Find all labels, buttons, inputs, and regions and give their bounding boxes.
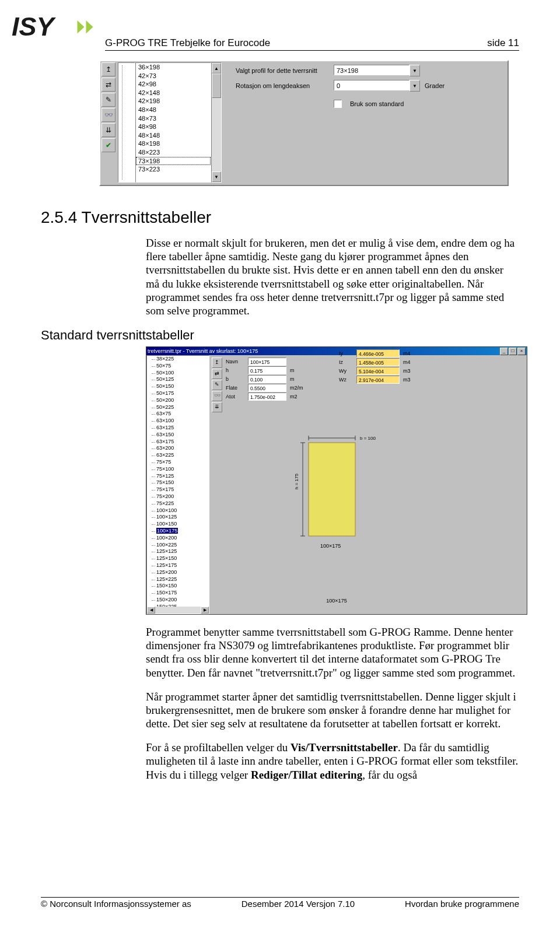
tree-item[interactable]: 75×200: [156, 493, 209, 500]
default-checkbox[interactable]: [334, 100, 342, 108]
tree-item[interactable]: 125×175: [156, 562, 209, 569]
toolbar-button-4[interactable]: ⇊: [212, 402, 222, 412]
tree-item[interactable]: 63×75: [156, 411, 209, 418]
dimension-item[interactable]: 48×73: [136, 114, 211, 123]
prop-label: Atot: [226, 394, 244, 400]
default-label: Bruk som standard: [350, 100, 404, 107]
prop-value[interactable]: 0.5500: [248, 384, 286, 392]
toolbar-button-0[interactable]: ↥: [102, 62, 116, 76]
tree-panel[interactable]: 38×22550×7550×10050×12550×15050×17550×20…: [146, 355, 209, 614]
dimension-item[interactable]: 73×198: [136, 157, 211, 166]
prop-value[interactable]: 1.750e-002: [248, 393, 286, 401]
scroll-right-icon[interactable]: ▶: [201, 607, 209, 614]
prop-value[interactable]: 100×175: [248, 358, 286, 366]
tree-item[interactable]: 50×125: [156, 376, 209, 383]
tree-item[interactable]: 75×225: [156, 500, 209, 507]
tree-item[interactable]: 63×200: [156, 445, 209, 452]
tree-item[interactable]: 50×150: [156, 383, 209, 390]
toolbar-button-4[interactable]: ⇊: [102, 123, 116, 137]
tree-item[interactable]: 63×150: [156, 432, 209, 439]
toolbar-button-2[interactable]: ✎: [102, 93, 116, 107]
tree-item[interactable]: 50×100: [156, 370, 209, 377]
tree-item[interactable]: 125×150: [156, 555, 209, 562]
dimension-listbox[interactable]: 36×19842×7342×9842×14842×19848×4848×7348…: [135, 62, 211, 183]
tree-item[interactable]: 125×125: [156, 548, 209, 555]
dimension-item[interactable]: 48×223: [136, 148, 211, 157]
scroll-up-icon[interactable]: ▲: [212, 63, 221, 73]
tree-item[interactable]: 75×125: [156, 473, 209, 480]
dimension-item[interactable]: 48×198: [136, 139, 211, 148]
header-page: side 11: [487, 37, 519, 49]
tree-item[interactable]: 38×225: [156, 356, 209, 363]
tree-hscroll[interactable]: ◀ ▶: [147, 607, 209, 614]
prop-label: Iy: [339, 355, 353, 356]
toolbar-button-3[interactable]: 👓: [212, 391, 222, 401]
tree-item[interactable]: 50×225: [156, 404, 209, 411]
tree-item[interactable]: 75×75: [156, 459, 209, 466]
tree-item[interactable]: 75×175: [156, 486, 209, 493]
scroll-down-icon[interactable]: ▼: [212, 171, 221, 182]
prop-unit: m: [290, 376, 311, 382]
prop-label: Flate: [226, 385, 244, 391]
prop-value[interactable]: 0.100: [248, 375, 286, 383]
prop-value[interactable]: 0.175: [248, 366, 286, 374]
profile-dropdown[interactable]: 73×198: [334, 65, 410, 75]
svg-rect-1: [309, 443, 355, 536]
toolbar-button-1[interactable]: ⇄: [212, 369, 222, 379]
tree-item[interactable]: 50×175: [156, 390, 209, 397]
scrollbar[interactable]: ▲ ▼: [211, 62, 222, 183]
dimension-item[interactable]: 42×198: [136, 97, 211, 106]
chevron-down-icon[interactable]: ▼: [410, 65, 420, 76]
dimension-item[interactable]: 48×48: [136, 106, 211, 114]
tree-item[interactable]: 125×225: [156, 576, 209, 583]
tree-item[interactable]: 100×225: [156, 542, 209, 549]
tree-item[interactable]: 75×100: [156, 466, 209, 473]
scroll-thumb[interactable]: [212, 73, 221, 98]
tree-item[interactable]: 150×175: [156, 590, 209, 597]
tree-item[interactable]: 50×75: [156, 363, 209, 370]
prop-label: b: [226, 376, 244, 382]
tree-item[interactable]: 150×200: [156, 597, 209, 604]
dimension-item[interactable]: 36×198: [136, 63, 211, 72]
tree-item[interactable]: 63×175: [156, 439, 209, 446]
footer-center: Desember 2014 Versjon 7.10: [242, 899, 355, 909]
tree-item[interactable]: 125×200: [156, 569, 209, 576]
toolbar-button-3[interactable]: 👓: [102, 108, 116, 122]
toolbar-button-2[interactable]: ✎: [212, 380, 222, 390]
scroll-left-icon[interactable]: ◀: [147, 607, 155, 614]
tree-item[interactable]: 63×100: [156, 418, 209, 425]
h-label: h = 175: [294, 474, 299, 489]
footer-left: © Norconsult Informasjonssystemer as: [41, 899, 191, 909]
screenshot-tverrsnitt-window: tretverrsnitt.tpr - Tverrsnitt av skurla…: [146, 346, 527, 615]
dimension-item[interactable]: 73×223: [136, 165, 211, 174]
dimension-item[interactable]: 48×98: [136, 122, 211, 131]
header-title: G-PROG TRE Trebjelke for Eurocode: [105, 37, 270, 49]
tree-item[interactable]: 63×125: [156, 425, 209, 432]
dimension-item[interactable]: 48×148: [136, 131, 211, 140]
rotation-dropdown[interactable]: 0: [334, 80, 410, 90]
prop-label: Wy: [339, 368, 353, 374]
chevron-down-icon[interactable]: ▼: [410, 80, 420, 92]
tree-item[interactable]: 50×200: [156, 397, 209, 404]
tree-item[interactable]: 63×225: [156, 452, 209, 459]
property-row: Wz2.917e-004m3: [339, 376, 521, 384]
toolbar-button-0[interactable]: ↥: [212, 358, 222, 368]
toolbar-button-5[interactable]: ✔: [102, 138, 116, 152]
logo: ISY: [12, 12, 99, 47]
tree-item[interactable]: 150×150: [156, 583, 209, 590]
tree-item[interactable]: 75×150: [156, 479, 209, 486]
tree-item[interactable]: 100×175: [156, 528, 209, 535]
dimension-item[interactable]: 42×98: [136, 80, 211, 89]
toolbar-button-1[interactable]: ⇄: [102, 78, 116, 92]
rotation-label: Rotasjon om lengdeaksen: [236, 82, 329, 89]
tree-item[interactable]: 100×125: [156, 514, 209, 521]
dimension-item[interactable]: 42×148: [136, 89, 211, 97]
dimension-item[interactable]: 42×73: [136, 72, 211, 80]
tree-item[interactable]: 100×150: [156, 521, 209, 528]
paragraph-3: For å se profiltabellen velger du Vis/Tv…: [146, 741, 519, 782]
tree-item[interactable]: 100×200: [156, 535, 209, 542]
tree-item[interactable]: 100×100: [156, 507, 209, 514]
prop-label: Navn: [226, 359, 244, 365]
side-heading: Standard tverrsnittstabeller: [41, 328, 519, 343]
prop-value: 4.466e-005: [356, 355, 400, 358]
